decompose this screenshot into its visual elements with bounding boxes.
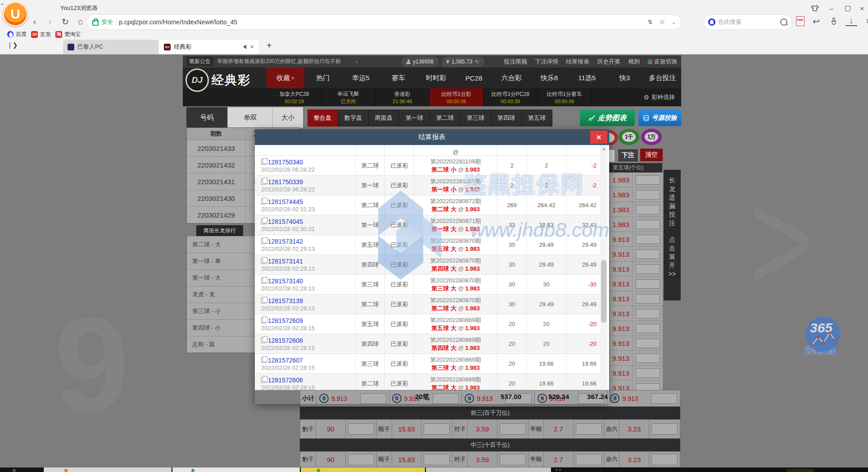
bet-input[interactable] <box>636 354 660 363</box>
copy-icon[interactable] <box>261 238 266 244</box>
bet-input[interactable] <box>651 393 677 404</box>
bookmark-star-icon[interactable]: ☆ <box>659 18 665 26</box>
order-id-link[interactable]: 1281573142 <box>268 238 303 245</box>
order-id-link[interactable]: 1281572608 <box>268 337 303 344</box>
bet-input[interactable] <box>636 250 660 259</box>
taskbar-segment[interactable] <box>0 467 43 472</box>
game-card-比特币1分赛车[interactable]: 比特币1分赛车00:00:39 <box>538 88 592 106</box>
bet-input[interactable] <box>576 454 602 465</box>
bet-input[interactable] <box>636 205 660 214</box>
badge-365[interactable]: 365 开奖资讯 <box>805 317 846 356</box>
tab-classic-lottery[interactable]: DJ 经典彩 × <box>159 40 258 54</box>
nav-item-快3[interactable]: 快3 <box>606 68 644 88</box>
bet-input[interactable] <box>348 423 374 435</box>
nav-item-六合彩[interactable]: 六合彩 <box>493 68 530 88</box>
bet-input[interactable] <box>636 220 660 229</box>
pdf-tool-icon[interactable]: PDF↔ <box>796 16 805 26</box>
user-pill[interactable]: y138956 <box>402 57 438 67</box>
copy-icon[interactable] <box>261 357 266 363</box>
new-tab-button[interactable]: + <box>267 41 272 51</box>
nav-item-PC28[interactable]: PC28 <box>455 68 493 88</box>
dragon-missing-strip[interactable]: 长龙遗漏投注点击展开>> <box>664 170 681 300</box>
taskbar-segment[interactable] <box>551 467 868 472</box>
bet-input[interactable] <box>636 309 660 318</box>
copy-icon[interactable] <box>261 218 266 224</box>
menu-icon[interactable]: ≡ <box>863 15 868 27</box>
close-button[interactable]: × <box>855 3 868 14</box>
tab-list-icon[interactable]: ❘❯ <box>7 41 18 49</box>
play-tab-第四球[interactable]: 第四球 <box>491 109 522 127</box>
order-id-link[interactable]: 1281572609 <box>268 317 303 324</box>
download-icon[interactable]: ↓ <box>845 16 857 26</box>
bet-input[interactable] <box>500 423 526 435</box>
play-tab-整合盘[interactable]: 整合盘 <box>307 109 338 127</box>
lottery-picker[interactable]: ⚙彩种选择 <box>643 88 681 106</box>
copy-icon[interactable] <box>261 318 266 323</box>
bet-input[interactable] <box>636 190 660 200</box>
toplink-投注限额[interactable]: 投注限额 <box>504 58 527 66</box>
forward-icon[interactable]: › <box>44 16 56 27</box>
copy-icon[interactable] <box>261 199 266 204</box>
bet-input[interactable] <box>636 279 660 289</box>
dragon-rank-tab[interactable]: 两面长龙排行 <box>196 225 243 236</box>
bookmark-item[interactable]: JD京东 <box>31 31 51 38</box>
game-card-香港彩[interactable]: 香港彩21:36:49 <box>375 88 429 106</box>
toplink-历史开奖[interactable]: 历史开奖 <box>597 58 620 66</box>
bet-input[interactable] <box>636 368 660 378</box>
game-card-比特币1分彩[interactable]: 比特币1分彩00:00:39 <box>429 88 484 106</box>
order-id-link[interactable]: 1281573141 <box>268 258 303 265</box>
url-text[interactable]: p.cpqlzpor.com/Home/IndexNew#/lotto_45 <box>119 18 645 26</box>
bet-input[interactable] <box>651 423 678 435</box>
browser-logo-icon[interactable]: U <box>3 1 28 27</box>
play-tab-数字盘[interactable]: 数字盘 <box>338 109 369 127</box>
search-input[interactable]: 在此搜索 <box>718 18 778 26</box>
order-id-link[interactable]: 1281573139 <box>268 297 303 304</box>
copy-icon[interactable] <box>261 337 266 343</box>
nav-item-幸运5[interactable]: 幸运5 <box>342 68 380 88</box>
copy-icon[interactable] <box>261 278 266 284</box>
game-card-幸运飞艇[interactable]: 幸运飞艇已关闭 <box>321 88 375 106</box>
undo-icon[interactable]: ↩ <box>810 15 822 27</box>
bet-input[interactable] <box>636 235 660 244</box>
url-dropdown-icon[interactable]: ⌄ <box>672 19 676 25</box>
maximize-button[interactable]: ▢ <box>841 3 854 14</box>
game-card-比特币1分PC28[interactable]: 比特币1分PC2800:00:39 <box>484 88 538 106</box>
back-icon[interactable]: ‹ <box>29 16 41 27</box>
bet-input[interactable] <box>348 454 374 465</box>
place-bet-button[interactable]: 下注 <box>618 149 638 162</box>
bet-input[interactable] <box>636 339 660 348</box>
play-tab-第一球[interactable]: 第一球 <box>399 109 430 127</box>
tab-close-icon[interactable]: × <box>250 43 254 50</box>
home-icon[interactable]: ⌂ <box>75 16 86 27</box>
chip-1k-icon[interactable]: 1千 <box>619 129 639 145</box>
copy-icon[interactable] <box>261 298 266 304</box>
order-id-link[interactable]: 1281750339 <box>268 178 303 186</box>
refresh-icon[interactable]: ↻ <box>59 16 71 27</box>
nav-item-多台投注[interactable]: 多台投注 <box>643 68 681 88</box>
bet-input[interactable] <box>500 454 526 465</box>
nav-item-热门[interactable]: 热门 <box>304 68 342 88</box>
scroll-thumb[interactable] <box>601 260 606 323</box>
play-tab-第三球[interactable]: 第三球 <box>461 109 491 127</box>
game-card-加拿大PC28[interactable]: 加拿大PC2800:02:19 <box>267 88 321 106</box>
tab-parisien[interactable]: 巴黎人PC <box>63 40 158 54</box>
clean-brush-icon[interactable] <box>828 15 840 27</box>
bet-input[interactable] <box>424 454 450 465</box>
announcement-arrow-icon[interactable]: › <box>356 59 357 65</box>
toplink-皮肤切换[interactable]: 皮肤切换 <box>647 58 678 66</box>
bookmarks-collapse-icon[interactable]: ⌄ <box>0 0 868 6</box>
order-id-link[interactable]: 1281573140 <box>268 277 303 285</box>
nav-item-11选5[interactable]: 11选5 <box>568 68 606 88</box>
order-id-link[interactable]: 1281574445 <box>268 198 303 205</box>
clear-bets-button[interactable]: 清空 <box>640 149 663 161</box>
bet-input[interactable] <box>636 294 660 304</box>
play-tab-两面盘[interactable]: 两面盘 <box>369 109 399 127</box>
nav-item-时时彩[interactable]: 时时彩 <box>417 68 455 88</box>
minimize-button[interactable]: – <box>825 3 838 14</box>
mode-tab-number[interactable]: 号码 <box>186 107 227 128</box>
bet-input[interactable] <box>651 454 678 465</box>
nav-item-收藏[interactable]: 收藏♥ <box>267 68 304 88</box>
url-bar[interactable]: 安全 p.cpqlzpor.com/Home/IndexNew#/lotto_4… <box>86 14 682 30</box>
search-icon[interactable] <box>780 18 787 26</box>
reader-lightning-icon[interactable]: ↯ <box>647 18 653 26</box>
